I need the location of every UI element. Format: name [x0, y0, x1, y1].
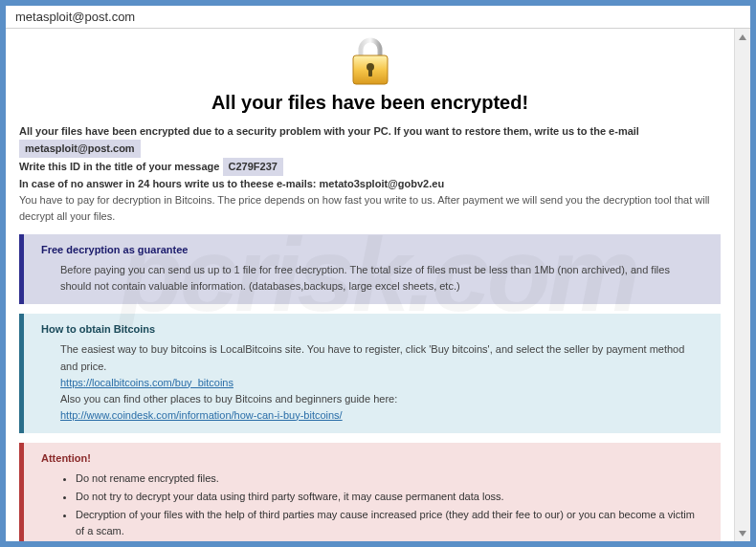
lock-icon — [347, 36, 393, 88]
window-titlebar: metasploit@post.com — [6, 6, 750, 29]
page-title: All your files have been encrypted! — [19, 92, 721, 114]
window: metasploit@post.com — [6, 6, 750, 541]
panel-bitcoins-body: The easiest way to buy bitcoins is Local… — [41, 341, 703, 423]
page-content: All your files have been encrypted! All … — [6, 29, 734, 541]
contact-email-1: metasploit@post.com — [19, 140, 141, 158]
window-title: metasploit@post.com — [15, 10, 135, 24]
intro-line3: In case of no answer in 24 hours write u… — [19, 178, 320, 189]
panel-guarantee-title: Free decryption as guarantee — [41, 242, 703, 258]
attention-item: Do not try to decrypt your data using th… — [76, 489, 703, 505]
intro-note: You have to pay for decryption in Bitcoi… — [19, 194, 710, 222]
panel-guarantee: Free decryption as guarantee Before payi… — [19, 234, 721, 304]
scroll-up-icon[interactable] — [735, 29, 750, 45]
lock-wrap — [19, 36, 721, 88]
message-id: C279F237 — [223, 158, 283, 176]
panel-guarantee-body: Before paying you can send us up to 1 fi… — [41, 262, 703, 295]
intro-block: All your files have been encrypted due t… — [19, 123, 721, 225]
svg-rect-2 — [368, 68, 372, 77]
content-area: All your files have been encrypted! All … — [6, 29, 750, 541]
panel-attention: Attention! Do not rename encrypted files… — [19, 443, 721, 541]
attention-item: Do not rename encrypted files. — [76, 470, 703, 487]
panel-attention-title: Attention! — [41, 450, 703, 467]
attention-item: Decryption of your files with the help o… — [76, 507, 703, 539]
bitcoins-text-1: The easiest way to buy bitcoins is Local… — [60, 341, 703, 374]
intro-line1: All your files have been encrypted due t… — [19, 125, 639, 137]
bitcoins-link-1[interactable]: https://localbitcoins.com/buy_bitcoins — [60, 377, 233, 388]
vertical-scrollbar[interactable] — [734, 29, 750, 541]
scroll-down-icon[interactable] — [735, 525, 750, 541]
attention-list: Do not rename encrypted files. Do not tr… — [41, 470, 703, 539]
panel-bitcoins-title: How to obtain Bitcoins — [41, 321, 703, 338]
bitcoins-link-2[interactable]: http://www.coindesk.com/information/how-… — [60, 409, 343, 421]
intro-line2: Write this ID in the title of your messa… — [19, 161, 223, 172]
panel-bitcoins: How to obtain Bitcoins The easiest way t… — [19, 314, 721, 432]
bitcoins-text-2: Also you can find other places to buy Bi… — [60, 391, 703, 407]
contact-email-2: metato3sploit@gobv2.eu — [320, 178, 445, 189]
